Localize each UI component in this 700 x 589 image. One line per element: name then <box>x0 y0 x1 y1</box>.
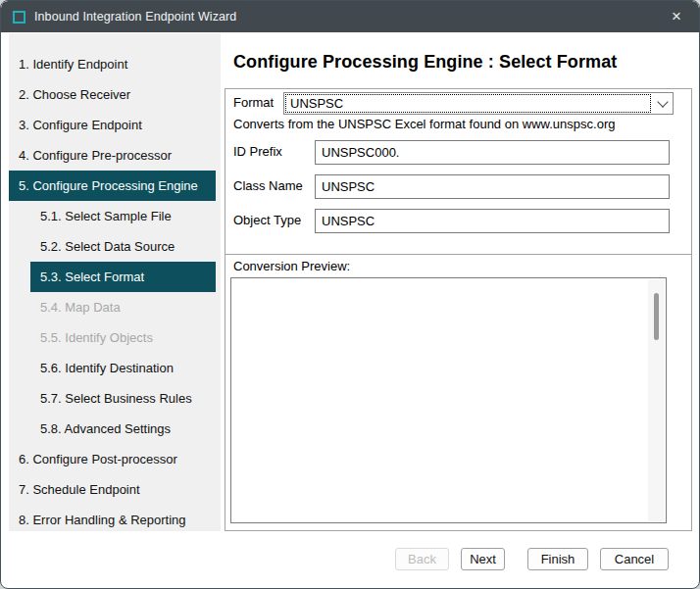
step-label: 7. Schedule Endpoint <box>19 482 140 497</box>
format-combobox[interactable]: UNSPSC <box>283 92 674 115</box>
format-description: Converts from the UNSPSC Excel format fo… <box>233 117 615 131</box>
step-label: 5.8. Advanced Settings <box>40 421 171 436</box>
next-button[interactable]: Next <box>461 548 505 570</box>
step-label: 5. Configure Processing Engine <box>19 178 198 193</box>
step-label: 3. Configure Endpoint <box>19 118 142 132</box>
step-identify-destination[interactable]: 5.6. Identify Destination <box>9 353 221 383</box>
finish-button[interactable]: Finish <box>527 548 588 570</box>
id-prefix-label: ID Prefix <box>233 144 282 159</box>
back-button: Back <box>395 548 449 570</box>
wizard-dialog: Inbound Integration Endpoint Wizard × 1.… <box>0 0 700 589</box>
conversion-preview-area[interactable] <box>230 277 667 523</box>
wizard-step-list: 1. Identify Endpoint 2. Choose Receiver … <box>9 33 221 531</box>
format-group: Format UNSPSC Converts from the UNSPSC E… <box>225 88 692 255</box>
step-select-format[interactable]: 5.3. Select Format <box>30 262 216 292</box>
step-choose-receiver[interactable]: 2. Choose Receiver <box>9 79 221 110</box>
step-label: 5.3. Select Format <box>40 270 144 284</box>
step-identify-objects: 5.5. Identify Objects <box>9 322 221 353</box>
object-type-field[interactable] <box>315 209 670 233</box>
step-schedule-endpoint[interactable]: 7. Schedule Endpoint <box>9 474 221 505</box>
step-label: 8. Error Handling & Reporting <box>19 513 186 527</box>
step-label: 5.6. Identify Destination <box>40 361 174 375</box>
class-name-field[interactable] <box>315 174 670 199</box>
step-label: 5.2. Select Data Source <box>40 239 175 254</box>
step-configure-endpoint[interactable]: 3. Configure Endpoint <box>9 110 221 140</box>
step-select-business-rules[interactable]: 5.7. Select Business Rules <box>9 383 221 414</box>
step-label: 1. Identify Endpoint <box>19 57 127 72</box>
step-label: 5.5. Identify Objects <box>40 330 153 345</box>
step-label: 5.7. Select Business Rules <box>40 391 192 406</box>
step-select-sample-file[interactable]: 5.1. Select Sample File <box>9 201 221 231</box>
step-configure-preprocessor[interactable]: 4. Configure Pre-processor <box>9 140 221 171</box>
step-label: 6. Configure Post-processor <box>19 452 177 466</box>
step-label: 5.4. Map Data <box>40 300 121 315</box>
app-icon <box>13 11 25 24</box>
step-label: 4. Configure Pre-processor <box>19 148 172 163</box>
vertical-scrollbar[interactable] <box>648 279 665 521</box>
step-configure-postprocessor[interactable]: 6. Configure Post-processor <box>9 444 221 474</box>
format-label: Format <box>233 95 274 110</box>
close-icon: × <box>672 7 681 26</box>
object-type-label: Object Type <box>233 213 301 227</box>
scrollbar-thumb[interactable] <box>654 293 659 340</box>
conversion-preview-label: Conversion Preview: <box>233 259 350 273</box>
step-error-handling[interactable]: 8. Error Handling & Reporting <box>9 505 221 531</box>
cancel-button[interactable]: Cancel <box>600 548 669 570</box>
page-title: Configure Processing Engine : Select For… <box>233 52 617 73</box>
step-configure-processing-engine[interactable]: 5. Configure Processing Engine <box>9 171 216 201</box>
close-button[interactable]: × <box>654 1 699 32</box>
step-label: 5.1. Select Sample File <box>40 209 172 223</box>
format-combobox-value: UNSPSC <box>285 94 651 113</box>
class-name-label: Class Name <box>233 178 303 193</box>
step-map-data: 5.4. Map Data <box>9 292 221 322</box>
format-combobox-dropdown[interactable] <box>652 93 673 114</box>
id-prefix-field[interactable] <box>315 140 670 165</box>
step-label: 2. Choose Receiver <box>19 87 130 102</box>
step-identify-endpoint[interactable]: 1. Identify Endpoint <box>9 49 221 79</box>
preview-group: Conversion Preview: <box>225 254 692 531</box>
title-bar[interactable]: Inbound Integration Endpoint Wizard × <box>1 1 699 32</box>
chevron-down-icon <box>657 96 668 107</box>
step-advanced-settings[interactable]: 5.8. Advanced Settings <box>9 414 221 444</box>
step-select-data-source[interactable]: 5.2. Select Data Source <box>9 231 221 262</box>
window-title: Inbound Integration Endpoint Wizard <box>34 10 236 24</box>
